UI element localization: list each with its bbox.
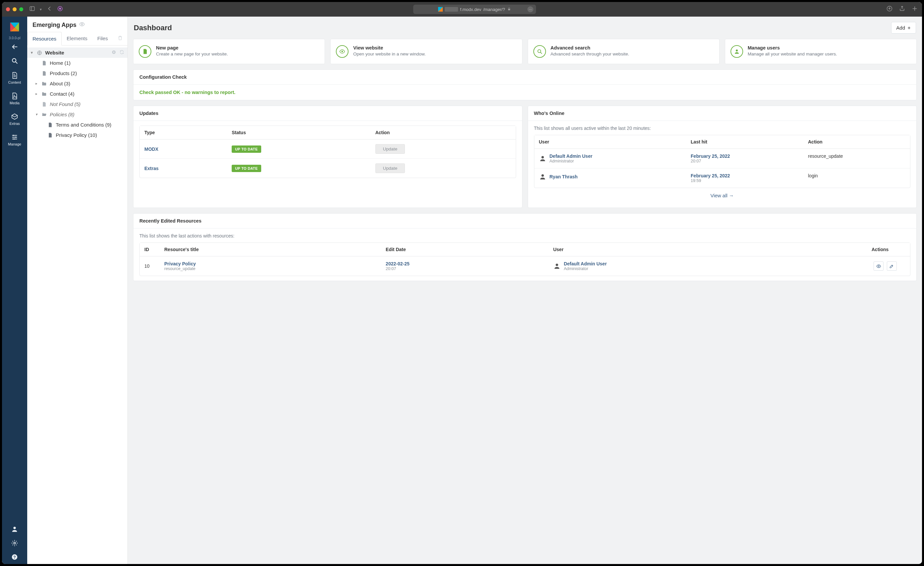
file-icon bbox=[41, 102, 47, 107]
refresh-icon[interactable] bbox=[120, 50, 124, 56]
tab-elements[interactable]: Elements bbox=[62, 32, 93, 45]
svg-point-12 bbox=[13, 135, 14, 136]
recent-resources-panel: Recently Edited Resources This list show… bbox=[133, 213, 462, 281]
file-icon bbox=[47, 132, 53, 138]
tab-files[interactable]: Files bbox=[92, 32, 113, 45]
browser-chrome: ▾ f.modx.dev/manager/? ··· bbox=[2, 2, 462, 17]
table-row: Extras UP TO DATE Update bbox=[140, 159, 462, 178]
updates-panel: Updates Type Status Action MODX bbox=[133, 105, 462, 208]
back-icon[interactable] bbox=[46, 6, 52, 13]
svg-point-3 bbox=[59, 8, 61, 10]
tree-node-about[interactable]: ▸About (3) bbox=[27, 78, 128, 89]
svg-point-19 bbox=[81, 24, 83, 25]
chevron-right-icon[interactable]: ▸ bbox=[34, 81, 39, 86]
chevron-down-icon[interactable]: ▾ bbox=[40, 7, 42, 12]
tree-node-home[interactable]: Home (1) bbox=[27, 58, 128, 68]
svg-point-13 bbox=[15, 137, 16, 138]
nav-rail: 3.0.0-pl Content Media Extras Manage ? bbox=[2, 17, 27, 283]
tree-node-products[interactable]: Products (2) bbox=[27, 68, 128, 78]
resource-tree: ▾ Website Home (1) Products (2) ▸About (… bbox=[27, 45, 128, 142]
chevron-down-icon[interactable]: ▾ bbox=[30, 51, 34, 55]
folder-icon bbox=[41, 81, 47, 86]
window-controls[interactable] bbox=[6, 7, 23, 11]
folder-open-icon bbox=[41, 112, 47, 117]
maximize-window-icon[interactable] bbox=[19, 7, 23, 11]
nav-back-button[interactable] bbox=[2, 40, 27, 54]
config-check-title: Configuration Check bbox=[134, 70, 462, 85]
file-icon bbox=[47, 122, 53, 128]
updates-table: Type Status Action MODX UP TO DATE Updat… bbox=[140, 126, 462, 178]
config-check-panel: Configuration Check Check passed OK - no… bbox=[133, 69, 462, 100]
tree-node-notfound[interactable]: Not Found (5) bbox=[27, 99, 128, 109]
sidebar-toggle-icon[interactable] bbox=[29, 6, 35, 13]
svg-point-14 bbox=[13, 138, 15, 140]
col-action: Action bbox=[371, 126, 462, 140]
shield-icon[interactable] bbox=[57, 6, 63, 13]
chevron-right-icon[interactable]: ▸ bbox=[34, 92, 39, 96]
page-title: Dashboard bbox=[134, 24, 172, 32]
file-icon bbox=[41, 71, 47, 76]
card-new-page[interactable]: New pageCreate a new page for your websi… bbox=[133, 39, 325, 64]
tree-root-website[interactable]: ▾ Website bbox=[27, 48, 128, 58]
recent-table: ID Resource's title Edit Date User Actio… bbox=[140, 242, 462, 276]
card-view-website[interactable]: View websiteOpen your website in a new w… bbox=[330, 39, 462, 64]
trash-icon[interactable] bbox=[117, 35, 123, 42]
status-badge: UP TO DATE bbox=[232, 165, 261, 172]
site-favicon-icon bbox=[438, 7, 443, 12]
col-title: Resource's title bbox=[160, 243, 381, 256]
recent-resources-hint: This list shows the last actions with re… bbox=[140, 233, 462, 238]
svg-point-22 bbox=[342, 51, 343, 53]
nav-manage-button[interactable]: Manage bbox=[2, 129, 27, 150]
close-window-icon[interactable] bbox=[6, 7, 10, 11]
tab-resources[interactable]: Resources bbox=[27, 32, 62, 45]
url-host: f.modx.dev bbox=[460, 7, 462, 12]
globe-icon bbox=[36, 50, 42, 56]
tree-node-policies[interactable]: ▾Policies (8) bbox=[27, 109, 128, 120]
svg-point-11 bbox=[14, 95, 15, 96]
add-resource-icon[interactable] bbox=[111, 50, 116, 56]
dashboard-main: Dashboard Add New pageCreate a new page … bbox=[128, 17, 462, 283]
resource-tree-panel: Emerging Apps Resources Elements Files ▾… bbox=[27, 17, 128, 283]
chevron-down-icon[interactable]: ▾ bbox=[34, 112, 39, 117]
config-check-status: Check passed OK - no warnings to report. bbox=[140, 90, 236, 95]
col-status: Status bbox=[227, 126, 371, 140]
table-row: 10 Privacy Policyresource_update 2022-02… bbox=[140, 256, 462, 276]
tree-node-terms[interactable]: Terms and Conditions (9) bbox=[27, 120, 128, 130]
file-plus-icon bbox=[139, 45, 152, 58]
nav-extras-button[interactable]: Extras bbox=[2, 109, 27, 129]
folder-icon bbox=[41, 91, 47, 97]
modx-logo-icon[interactable] bbox=[8, 21, 21, 34]
version-label: 3.0.0-pl bbox=[9, 36, 20, 40]
col-editdate: Edit Date bbox=[381, 243, 462, 256]
recent-resources-title: Recently Edited Resources bbox=[134, 214, 462, 229]
file-icon bbox=[41, 60, 47, 66]
address-bar[interactable]: f.modx.dev/manager/? ··· bbox=[413, 5, 462, 14]
site-name: Emerging Apps bbox=[33, 22, 76, 29]
update-button[interactable]: Update bbox=[375, 144, 405, 154]
status-badge: UP TO DATE bbox=[232, 146, 261, 153]
nav-search-button[interactable] bbox=[2, 54, 27, 68]
tree-node-contact[interactable]: ▸Contact (4) bbox=[27, 89, 128, 99]
minimize-window-icon[interactable] bbox=[13, 7, 16, 11]
nav-content-button[interactable]: Content bbox=[2, 68, 27, 88]
col-id: ID bbox=[140, 243, 160, 256]
table-row: MODX UP TO DATE Update bbox=[140, 140, 462, 159]
url-redacted bbox=[445, 7, 458, 12]
tree-node-privacy[interactable]: Privacy Policy (10) bbox=[27, 130, 128, 140]
col-type: Type bbox=[140, 126, 227, 140]
eye-icon bbox=[336, 45, 348, 58]
nav-media-button[interactable]: Media bbox=[2, 88, 27, 109]
update-button[interactable]: Update bbox=[375, 163, 405, 173]
svg-rect-0 bbox=[30, 7, 34, 11]
updates-title: Updates bbox=[134, 106, 462, 121]
visibility-icon[interactable] bbox=[79, 21, 85, 29]
